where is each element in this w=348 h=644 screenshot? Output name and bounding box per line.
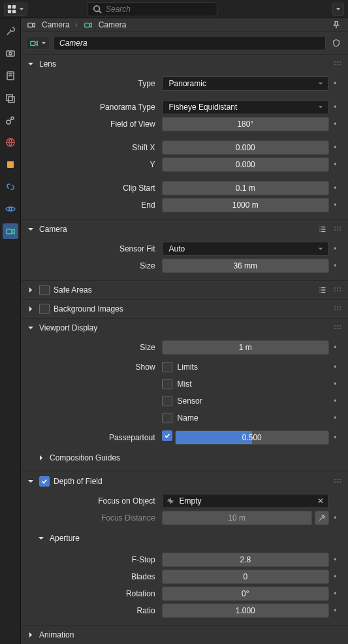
datablock-picker[interactable] (26, 37, 50, 50)
chevron-down-icon (26, 323, 35, 332)
animate-dot[interactable]: • (329, 362, 341, 372)
fstop-field[interactable]: 2.8 (162, 553, 329, 567)
animate-dot[interactable]: • (329, 201, 341, 210)
animate-dot[interactable]: • (329, 513, 341, 523)
sensor-size-field[interactable]: 36 mm (162, 259, 329, 273)
passepartout-slider[interactable]: 0.500 (175, 430, 329, 445)
tab-object[interactable] (3, 157, 18, 172)
panel-drag-icon[interactable] (332, 477, 343, 486)
sub-header-composition-guides[interactable]: Composition Guides (21, 449, 348, 466)
ratio-field[interactable]: 1.000 (162, 604, 329, 618)
section-camera: Camera Sensor FitAuto• Size36 mm• (21, 220, 348, 281)
show-limits-checkbox[interactable] (162, 362, 172, 372)
editor-type-picker[interactable] (4, 3, 27, 16)
breadcrumb-data[interactable]: Camera (99, 20, 127, 29)
datablock-name-input[interactable] (54, 36, 326, 50)
animate-dot[interactable]: • (329, 184, 341, 193)
rotation-field[interactable]: 0° (162, 587, 329, 601)
properties-search[interactable] (87, 2, 217, 16)
pin-icon[interactable] (330, 18, 343, 31)
show-name-checkbox[interactable] (162, 413, 172, 423)
sub-header-aperture[interactable]: Aperture (21, 530, 348, 547)
animate-dot[interactable]: • (329, 379, 341, 389)
dof-checkbox[interactable] (39, 476, 50, 487)
blades-field[interactable]: 0 (162, 570, 329, 584)
animate-dot[interactable]: • (329, 606, 341, 615)
panel-drag-icon[interactable] (332, 304, 343, 314)
svg-point-69 (334, 481, 336, 483)
panel-drag-icon[interactable] (332, 225, 343, 234)
panel-drag-icon[interactable] (332, 323, 343, 332)
eyedropper-icon[interactable] (315, 511, 329, 525)
section-header-background-images[interactable]: Background Images (21, 300, 348, 318)
section-title: Viewport Display (39, 323, 97, 332)
clear-icon[interactable]: ✕ (315, 496, 326, 506)
shift-x-field[interactable]: 0.000 (162, 140, 329, 155)
fake-user-shield-icon[interactable] (330, 37, 343, 50)
tab-scene[interactable] (3, 112, 18, 128)
safe-areas-checkbox[interactable] (39, 285, 50, 295)
animate-dot[interactable]: • (329, 343, 341, 352)
animate-dot[interactable]: • (329, 589, 341, 598)
sensor-fit-dropdown[interactable]: Auto (162, 242, 329, 256)
camera-presets-icon[interactable] (317, 223, 328, 235)
tab-output[interactable] (3, 68, 18, 84)
panel-drag-icon[interactable] (332, 59, 343, 69)
animate-dot[interactable]: • (329, 555, 341, 564)
svg-rect-6 (7, 51, 14, 56)
search-input[interactable] (106, 5, 212, 14)
focus-distance-field[interactable]: 10 m (162, 511, 312, 525)
animate-dot[interactable]: • (329, 244, 341, 253)
tab-camera-data[interactable] (3, 223, 18, 239)
svg-point-39 (334, 229, 336, 231)
show-mist-checkbox[interactable] (162, 379, 172, 389)
fov-field[interactable]: 180° (162, 117, 329, 131)
animate-dot[interactable]: • (329, 120, 341, 129)
svg-point-61 (337, 325, 338, 327)
safe-areas-presets-icon[interactable] (317, 284, 328, 296)
svg-point-68 (340, 479, 341, 480)
label-focus-object: Focus on Object (21, 496, 162, 506)
show-sensor-checkbox[interactable] (162, 396, 172, 406)
focus-object-picker[interactable]: Empty✕ (162, 494, 329, 508)
tab-tool[interactable] (3, 24, 18, 39)
tab-viewlayer[interactable] (3, 90, 18, 106)
lens-type-dropdown[interactable]: Panoramic (162, 76, 329, 91)
section-header-viewport-display[interactable]: Viewport Display (21, 319, 348, 337)
label-fstop: F-Stop (21, 555, 162, 564)
section-header-camera[interactable]: Camera (21, 220, 348, 238)
background-images-checkbox[interactable] (39, 304, 50, 314)
animate-dot[interactable]: • (329, 79, 341, 88)
section-header-animation[interactable]: Animation (21, 626, 348, 644)
shift-y-field[interactable]: 0.000 (162, 157, 329, 172)
clip-start-field[interactable]: 0.1 m (162, 181, 329, 195)
breadcrumb-object[interactable]: Camera (42, 20, 70, 29)
svg-line-5 (99, 10, 102, 13)
passepartout-checkbox[interactable] (162, 430, 172, 441)
svg-rect-20 (7, 229, 12, 234)
panel-drag-icon[interactable] (332, 285, 343, 295)
animate-dot[interactable]: • (329, 433, 341, 442)
outliner-camera-icon (26, 20, 37, 30)
label-sensor-size: Size (21, 261, 162, 270)
panorama-type-dropdown[interactable]: Fisheye Equidistant (162, 100, 329, 114)
tab-constraints[interactable] (3, 179, 18, 195)
animate-dot[interactable]: • (329, 572, 341, 581)
options-popover[interactable] (332, 3, 344, 16)
sub-title: Composition Guides (50, 453, 120, 462)
clip-end-field[interactable]: 1000 m (162, 198, 329, 212)
animate-dot[interactable]: • (329, 143, 341, 152)
animate-dot[interactable]: • (329, 103, 341, 112)
section-header-safe-areas[interactable]: Safe Areas (21, 281, 348, 299)
tab-physics[interactable] (3, 201, 18, 217)
svg-point-55 (337, 306, 338, 308)
animate-dot[interactable]: • (329, 261, 341, 270)
animate-dot[interactable]: • (329, 413, 341, 423)
animate-dot[interactable]: • (329, 396, 341, 406)
display-size-field[interactable]: 1 m (162, 340, 329, 355)
section-header-depth-of-field[interactable]: Depth of Field (21, 472, 348, 491)
animate-dot[interactable]: • (329, 160, 341, 169)
section-header-lens[interactable]: Lens (21, 55, 348, 73)
tab-world[interactable] (3, 135, 18, 150)
tab-render[interactable] (3, 46, 18, 61)
